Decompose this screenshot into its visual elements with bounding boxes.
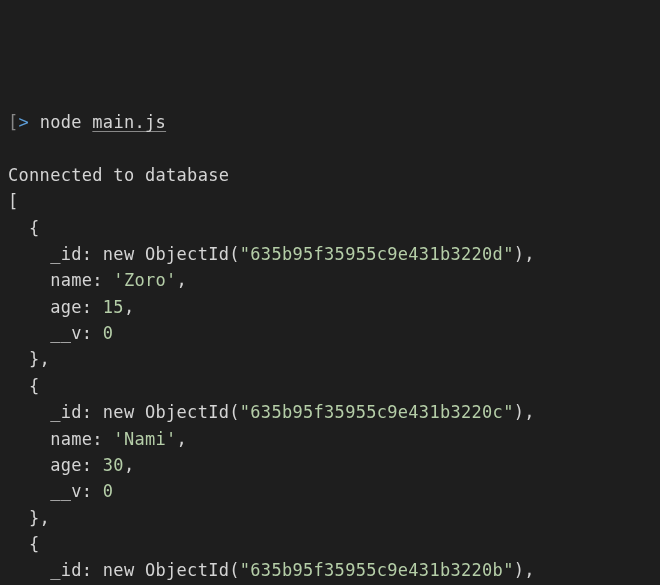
- record-row: { _id: new ObjectId("635b95f35955c9e431b…: [8, 218, 535, 370]
- v-value: 0: [92, 323, 113, 343]
- id-close: ),: [514, 560, 535, 580]
- id-value: "635b95f35955c9e431b3220c": [240, 402, 514, 422]
- comma: ,: [177, 270, 188, 290]
- v-key: __v:: [8, 323, 92, 343]
- brace-open: {: [8, 376, 40, 396]
- chevron-icon: >: [19, 112, 30, 132]
- name-key: name:: [8, 429, 103, 449]
- objectid-call: ObjectId(: [134, 560, 239, 580]
- new-keyword: new: [92, 560, 134, 580]
- age-value: 30: [92, 455, 124, 475]
- terminal-output: [> node main.js Connected to database [ …: [8, 109, 652, 585]
- brace-open: {: [8, 218, 40, 238]
- brace-close: },: [8, 349, 50, 369]
- age-key: age:: [8, 455, 92, 475]
- filename: main.js: [92, 112, 166, 132]
- brace-close: },: [8, 508, 50, 528]
- bracket-open: [: [8, 112, 19, 132]
- v-key: __v:: [8, 481, 92, 501]
- objectid-call: ObjectId(: [134, 244, 239, 264]
- name-value: 'Zoro': [103, 270, 177, 290]
- comma: ,: [124, 455, 135, 475]
- id-key: _id:: [8, 244, 92, 264]
- comma: ,: [124, 297, 135, 317]
- age-value: 15: [92, 297, 124, 317]
- record-row: { _id: new ObjectId("635b95f35955c9e431b…: [8, 534, 535, 585]
- comma: ,: [177, 429, 188, 449]
- id-key: _id:: [8, 560, 92, 580]
- command-word: node: [40, 112, 82, 132]
- record-row: { _id: new ObjectId("635b95f35955c9e431b…: [8, 376, 535, 528]
- objectid-call: ObjectId(: [134, 402, 239, 422]
- new-keyword: new: [92, 402, 134, 422]
- prompt-line[interactable]: [> node main.js: [8, 109, 652, 135]
- v-value: 0: [92, 481, 113, 501]
- new-keyword: new: [92, 244, 134, 264]
- age-key: age:: [8, 297, 92, 317]
- id-value: "635b95f35955c9e431b3220b": [240, 560, 514, 580]
- id-value: "635b95f35955c9e431b3220d": [240, 244, 514, 264]
- connected-message: Connected to database: [8, 165, 229, 185]
- name-value: 'Nami': [103, 429, 177, 449]
- array-open: [: [8, 191, 19, 211]
- id-close: ),: [514, 244, 535, 264]
- id-key: _id:: [8, 402, 92, 422]
- brace-open: {: [8, 534, 40, 554]
- name-key: name:: [8, 270, 103, 290]
- id-close: ),: [514, 402, 535, 422]
